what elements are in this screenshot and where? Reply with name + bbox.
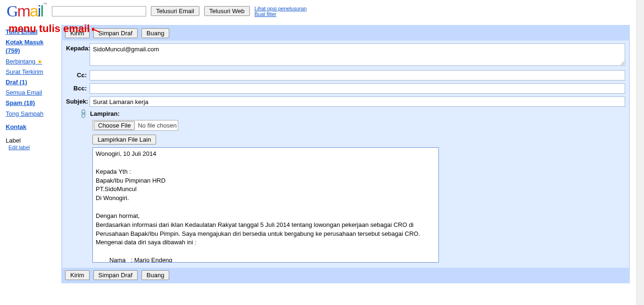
paperclip-icon: 🔗: [78, 108, 89, 119]
sidebar-starred[interactable]: Berbintang ★: [6, 57, 59, 66]
cc-field[interactable]: [90, 70, 625, 80]
gmail-logo: Gmail™: [7, 2, 47, 20]
compose-form: Kepada: Cc: Bcc: Subjek:: [62, 40, 629, 268]
compose-panel: Kirim Simpan Draf Buang Kepada: Cc: Bcc:: [61, 25, 630, 283]
attach-more-button[interactable]: Lampirkan File Lain: [92, 135, 156, 144]
search-web-button[interactable]: Telusuri Web: [204, 6, 250, 16]
subject-label: Subjek:: [66, 96, 90, 105]
file-status: No file chosen: [138, 122, 176, 129]
subject-field[interactable]: [90, 96, 625, 107]
search-options-link[interactable]: Lihat opsi penelusuran: [255, 6, 307, 11]
star-icon: ★: [37, 58, 42, 65]
bottom-action-bar: Kirim Simpan Draf Buang: [62, 268, 629, 282]
discard-button-top[interactable]: Buang: [141, 28, 170, 38]
to-row: Kepada:: [66, 43, 625, 67]
body-wrap: [92, 147, 623, 264]
cc-label: Cc:: [66, 70, 90, 79]
discard-button-bottom[interactable]: Buang: [141, 270, 170, 280]
message-body[interactable]: [92, 147, 439, 263]
send-button-bottom[interactable]: Kirim: [65, 270, 90, 280]
header: Gmail™ Telusuri Email Telusuri Web Lihat…: [0, 0, 644, 20]
to-label: Kepada:: [66, 43, 90, 52]
page-scrollbar[interactable]: [636, 0, 644, 283]
search-links: Lihat opsi penelusuran Buat filter: [255, 6, 307, 17]
edit-label-link[interactable]: Edit label: [8, 144, 59, 151]
bcc-field[interactable]: [90, 83, 625, 94]
sidebar-spam[interactable]: Spam (18): [6, 99, 59, 107]
bcc-label: Bcc:: [66, 83, 90, 92]
create-filter-link[interactable]: Buat filter: [255, 11, 307, 17]
search-input[interactable]: [52, 6, 146, 16]
cc-row: Cc:: [66, 70, 625, 80]
sidebar-all-mail[interactable]: Semua Email: [6, 88, 59, 97]
attach-label: Lampiran:: [90, 110, 120, 117]
sidebar-trash[interactable]: Tong Sampah: [6, 110, 59, 118]
tutorial-annotation: menu tulis email: [8, 23, 102, 35]
file-chooser[interactable]: Choose File No file chosen: [92, 120, 178, 131]
search-email-button[interactable]: Telusuri Email: [151, 6, 199, 16]
bcc-row: Bcc:: [66, 83, 625, 94]
subject-row: Subjek:: [66, 96, 625, 107]
sidebar-inbox[interactable]: Kotak Masuk (759): [6, 38, 59, 55]
svg-line-0: [93, 29, 99, 32]
labels-header: Label: [6, 137, 59, 144]
top-action-bar: Kirim Simpan Draf Buang: [62, 26, 629, 40]
file-chooser-row: Choose File No file chosen: [92, 120, 625, 131]
arrow-icon: [92, 24, 102, 34]
choose-file-button[interactable]: Choose File: [94, 121, 135, 130]
attach-header-row: 🔗 Lampiran:: [79, 110, 625, 117]
sidebar: Tulis Email Kotak Masuk (759) Berbintang…: [0, 25, 61, 283]
main-area: Tulis Email Kotak Masuk (759) Berbintang…: [0, 25, 644, 283]
sidebar-sent[interactable]: Surat Terkirim: [6, 68, 59, 76]
sidebar-draft[interactable]: Draf (1): [6, 78, 59, 87]
more-attach-row: Lampirkan File Lain: [92, 135, 625, 144]
to-field[interactable]: [90, 43, 625, 66]
sidebar-contacts[interactable]: Kontak: [6, 123, 59, 131]
save-draft-button-bottom[interactable]: Simpan Draf: [93, 270, 138, 280]
